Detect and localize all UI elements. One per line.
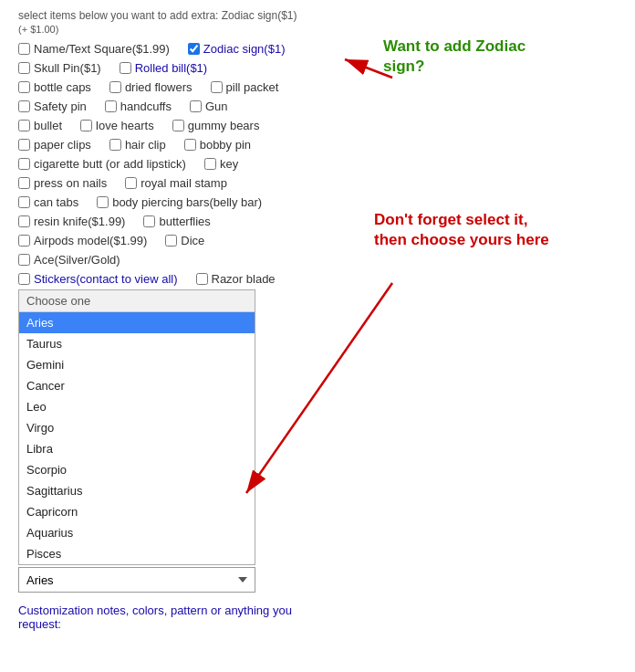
- dropdown-option-leo[interactable]: Leo: [19, 396, 255, 417]
- dropdown-option-capricorn[interactable]: Capricorn: [19, 501, 255, 522]
- checkbox-item-razor-blade: Razor blade: [196, 272, 276, 286]
- checkbox-row-3: bottle caps dried flowers pill packet: [18, 80, 617, 94]
- label-love-hearts: love hearts: [96, 119, 154, 132]
- checkbox-item-press-on-nails: press on nails: [18, 176, 107, 190]
- checkbox-item-bottle-caps: bottle caps: [18, 80, 91, 94]
- checkbox-dried-flowers[interactable]: [109, 81, 121, 93]
- label-safety-pin: Safety pin: [34, 100, 87, 113]
- checkbox-resin-knife[interactable]: [18, 215, 30, 227]
- checkbox-row-2: Skull Pin($1) Rolled bill($1): [18, 61, 617, 75]
- checkbox-press-on-nails[interactable]: [18, 177, 30, 189]
- checkbox-cigarette-butt[interactable]: [18, 158, 30, 170]
- label-dried-flowers: dried flowers: [125, 80, 193, 94]
- checkbox-item-stickers: Stickers(contact to view all): [18, 272, 178, 286]
- label-stickers: Stickers(contact to view all): [34, 272, 178, 286]
- checkbox-safety-pin[interactable]: [18, 100, 30, 112]
- dropdown-container: Choose one Aries Taurus Gemini Cancer Le…: [18, 289, 255, 593]
- checkbox-row-12: Ace(Silver/Gold): [18, 253, 617, 267]
- checkbox-rolled-bill[interactable]: [120, 62, 131, 74]
- label-gummy-bears: gummy bears: [188, 119, 260, 132]
- label-handcuffs: handcuffs: [120, 100, 172, 113]
- dropdown-option-aries[interactable]: Aries: [19, 312, 255, 333]
- checkbox-item-zodiac-sign: Zodiac sign($1): [188, 42, 286, 56]
- checkbox-item-handcuffs: handcuffs: [105, 100, 172, 113]
- dropdown-option-libra[interactable]: Libra: [19, 438, 255, 459]
- label-can-tabs: can tabs: [34, 195, 78, 209]
- checkbox-item-can-tabs: can tabs: [18, 195, 78, 209]
- checkbox-item-gummy-bears: gummy bears: [172, 119, 260, 132]
- checkbox-airpods[interactable]: [18, 235, 30, 247]
- label-body-piercing: body piercing bars(belly bar): [112, 195, 262, 209]
- checkbox-skull-pin[interactable]: [18, 62, 30, 74]
- checkbox-row-6: paper clips hair clip bobby pin: [18, 138, 617, 152]
- checkbox-gummy-bears[interactable]: [172, 120, 184, 131]
- checkbox-item-resin-knife: resin knife($1.99): [18, 215, 125, 228]
- label-razor-blade: Razor blade: [212, 272, 276, 286]
- checkbox-row-9: can tabs body piercing bars(belly bar): [18, 195, 617, 209]
- dropdown-placeholder: Choose one: [19, 290, 255, 312]
- plus-price: (+ $1.00): [18, 24, 617, 35]
- header-title: select items below you want to add extra…: [18, 9, 617, 22]
- checkbox-butterflies[interactable]: [143, 215, 155, 227]
- checkbox-bottle-caps[interactable]: [18, 81, 30, 93]
- checkbox-item-safety-pin: Safety pin: [18, 100, 87, 113]
- label-airpods: Airpods model($1.99): [34, 234, 147, 247]
- label-pill-packet: pill packet: [226, 80, 279, 94]
- dropdown-option-aquarius[interactable]: Aquarius: [19, 522, 255, 543]
- checkbox-can-tabs[interactable]: [18, 196, 30, 208]
- dropdown-option-cancer[interactable]: Cancer: [19, 375, 255, 396]
- checkbox-grid: Name/Text Square($1.99) Zodiac sign($1) …: [18, 42, 617, 286]
- checkbox-item-cigarette-butt: cigarette butt (or add lipstick): [18, 157, 186, 171]
- checkbox-zodiac-sign[interactable]: [188, 43, 200, 55]
- checkbox-item-butterflies: butterflies: [143, 215, 210, 228]
- checkbox-row-8: press on nails royal mail stamp: [18, 176, 617, 190]
- label-gun: Gun: [205, 100, 228, 113]
- dropdown-option-scorpio[interactable]: Scorpio: [19, 459, 255, 480]
- checkbox-pill-packet[interactable]: [211, 81, 223, 93]
- dropdown-option-taurus[interactable]: Taurus: [19, 333, 255, 354]
- label-name-text-square: Name/Text Square($1.99): [34, 42, 170, 56]
- checkbox-item-rolled-bill: Rolled bill($1): [120, 61, 207, 75]
- checkbox-dice[interactable]: [165, 235, 177, 247]
- checkbox-royal-mail-stamp[interactable]: [125, 177, 137, 189]
- checkbox-row-7: cigarette butt (or add lipstick) key: [18, 157, 617, 171]
- checkbox-gun[interactable]: [190, 100, 202, 112]
- label-rolled-bill: Rolled bill($1): [135, 61, 207, 75]
- header-section: select items below you want to add extra…: [18, 9, 617, 35]
- checkbox-paper-clips[interactable]: [18, 139, 30, 151]
- checkbox-body-piercing[interactable]: [97, 196, 109, 208]
- label-skull-pin: Skull Pin($1): [34, 61, 101, 75]
- checkbox-item-bobby-pin: bobby pin: [184, 138, 251, 152]
- checkbox-item-ace: Ace(Silver/Gold): [18, 253, 120, 267]
- checkbox-ace[interactable]: [18, 254, 30, 266]
- checkbox-item-gun: Gun: [190, 100, 228, 113]
- checkbox-item-body-piercing: body piercing bars(belly bar): [97, 195, 262, 209]
- dropdown-option-gemini[interactable]: Gemini: [19, 354, 255, 375]
- checkbox-item-hair-clip: hair clip: [109, 138, 166, 152]
- checkbox-item-dried-flowers: dried flowers: [109, 80, 193, 94]
- dropdown-option-virgo[interactable]: Virgo: [19, 417, 255, 438]
- checkbox-row-1: Name/Text Square($1.99) Zodiac sign($1): [18, 42, 617, 56]
- checkbox-bobby-pin[interactable]: [184, 139, 196, 151]
- checkbox-item-paper-clips: paper clips: [18, 138, 91, 152]
- zodiac-select[interactable]: Aries Taurus Gemini Cancer Leo Virgo Lib…: [18, 567, 255, 593]
- checkbox-item-key: key: [204, 157, 238, 171]
- dropdown-option-sagittarius[interactable]: Sagittarius: [19, 480, 255, 501]
- label-hair-clip: hair clip: [125, 138, 166, 152]
- checkbox-hair-clip[interactable]: [109, 139, 121, 151]
- checkbox-name-text-square[interactable]: [18, 43, 30, 55]
- checkbox-key[interactable]: [204, 158, 216, 170]
- dropdown-open-list: Choose one Aries Taurus Gemini Cancer Le…: [18, 289, 255, 565]
- customization-note: Customization notes, colors, pattern or …: [18, 604, 617, 631]
- dropdown-option-pisces[interactable]: Pisces: [19, 543, 255, 564]
- checkbox-stickers[interactable]: [18, 273, 30, 285]
- label-resin-knife: resin knife($1.99): [34, 215, 125, 228]
- svg-line-2: [246, 283, 392, 493]
- label-bobby-pin: bobby pin: [200, 138, 251, 152]
- checkbox-bullet[interactable]: [18, 120, 30, 131]
- checkbox-love-hearts[interactable]: [80, 120, 92, 131]
- checkbox-item-name-text-square: Name/Text Square($1.99): [18, 42, 170, 56]
- checkbox-row-10: resin knife($1.99) butterflies: [18, 215, 617, 228]
- checkbox-razor-blade[interactable]: [196, 273, 208, 285]
- checkbox-handcuffs[interactable]: [105, 100, 117, 112]
